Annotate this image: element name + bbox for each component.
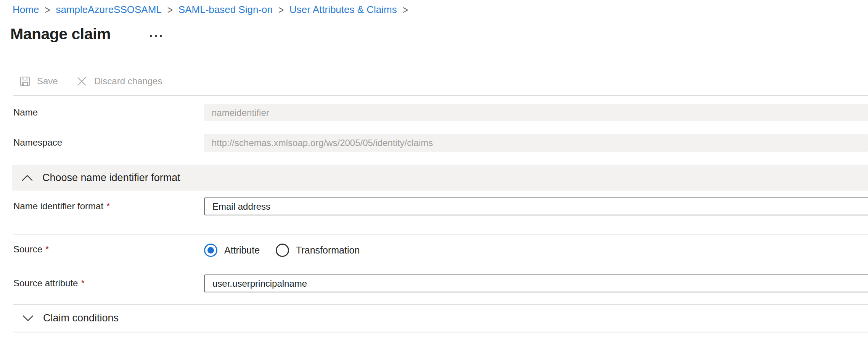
source-radio-group: Attribute Transformation (204, 242, 360, 258)
required-asterisk: * (106, 201, 110, 211)
breadcrumb-separator-icon: > (278, 3, 284, 16)
section-title: Claim conditions (43, 312, 119, 324)
namespace-label: Namespace (13, 137, 62, 148)
breadcrumb-home[interactable]: Home (13, 4, 39, 16)
toolbar-divider (13, 95, 868, 96)
breadcrumb-saml-signon[interactable]: SAML-based Sign-on (178, 4, 273, 16)
page-title: Manage claim (10, 25, 111, 43)
transformation-radio-label[interactable]: Transformation (296, 245, 360, 256)
more-options-icon[interactable] (148, 34, 163, 39)
source-attribute-label: Source attribute* (13, 278, 85, 289)
breadcrumb-separator-icon: > (45, 3, 50, 16)
name-identifier-format-dropdown[interactable]: Email address (204, 197, 868, 215)
name-identifier-format-label: Name identifier format* (13, 201, 110, 212)
section-choose-name-identifier-format[interactable]: Choose name identifier format (12, 165, 868, 191)
source-attribute-combobox[interactable]: user.userprincipalname (204, 274, 868, 292)
discard-changes-button[interactable]: Discard changes (76, 75, 162, 88)
chevron-down-icon (22, 315, 34, 322)
chevron-up-icon (21, 174, 33, 181)
divider (13, 332, 868, 332)
discard-changes-label: Discard changes (94, 76, 162, 87)
required-asterisk: * (81, 278, 84, 288)
save-button[interactable]: Save (19, 75, 58, 87)
manage-claim-page: Home > sampleAzureSSOSAML > SAML-based S… (0, 0, 868, 337)
source-option-attribute[interactable]: Attribute (204, 244, 260, 257)
breadcrumb-user-attributes-claims[interactable]: User Attributes & Claims (289, 4, 397, 16)
radio-selected-icon[interactable] (204, 244, 217, 257)
breadcrumb-app[interactable]: sampleAzureSSOSAML (56, 4, 161, 16)
save-floppy-icon (19, 75, 31, 87)
name-label: Name (13, 107, 38, 118)
divider (13, 234, 868, 234)
radio-unselected-icon[interactable] (276, 244, 289, 257)
required-asterisk: * (45, 244, 49, 254)
section-claim-conditions[interactable]: Claim conditions (12, 305, 868, 332)
breadcrumb: Home > sampleAzureSSOSAML > SAML-based S… (13, 4, 414, 16)
section-title: Choose name identifier format (42, 172, 180, 184)
attribute-radio-label[interactable]: Attribute (224, 245, 260, 256)
breadcrumb-separator-icon: > (403, 3, 408, 16)
source-option-transformation[interactable]: Transformation (276, 244, 360, 257)
breadcrumb-separator-icon: > (167, 3, 173, 16)
name-field: nameidentifier (204, 104, 868, 121)
save-button-label: Save (37, 76, 58, 87)
discard-x-icon (76, 75, 88, 88)
namespace-field: http://schemas.xmlsoap.org/ws/2005/05/id… (204, 134, 868, 152)
command-bar: Save Discard changes (19, 73, 162, 89)
source-label: Source* (13, 244, 49, 255)
